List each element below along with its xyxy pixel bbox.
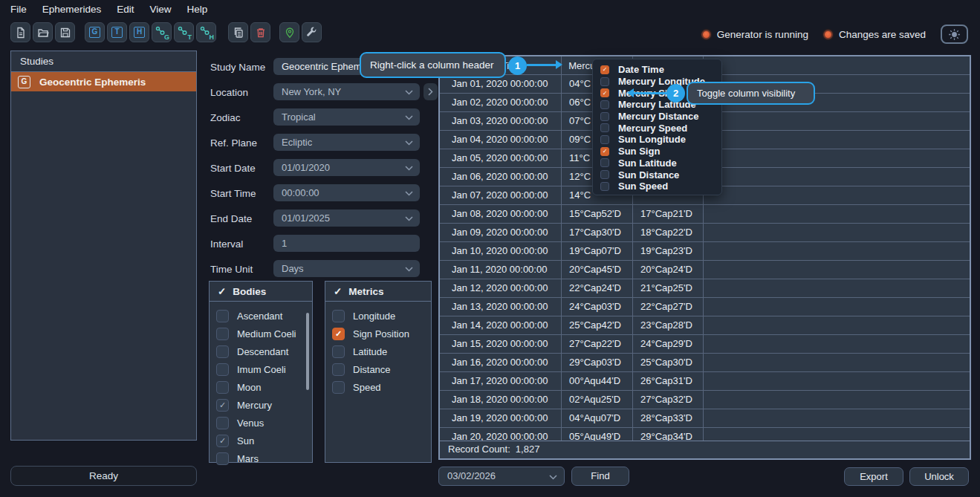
table-row[interactable]: Jan 11, 2020 00:00:0020°Cap45'D20°Cap24'… — [440, 261, 970, 279]
table-row[interactable]: Jan 16, 2020 00:00:0029°Cap03'D25°Cap30'… — [440, 354, 970, 372]
menu-item-sun-latitude[interactable]: Sun Latitude — [593, 157, 721, 169]
zodiac-select[interactable]: Tropical — [273, 108, 420, 126]
time-unit-select[interactable]: Days — [273, 260, 420, 277]
metric-checkbox[interactable] — [332, 328, 345, 340]
unlock-button[interactable]: Unlock — [909, 467, 969, 486]
metric-item-sign-position[interactable]: Sign Position — [325, 325, 431, 342]
body-checkbox[interactable] — [216, 328, 229, 340]
geocentric-study-button[interactable]: G — [85, 22, 105, 42]
body-item-venus[interactable]: Venus — [210, 414, 312, 432]
table-row[interactable]: Jan 18, 2020 00:00:0002°Aqu25'D27°Cap32'… — [440, 391, 970, 409]
menu-item-sun-speed[interactable]: Sun Speed — [593, 181, 721, 192]
table-row[interactable]: Jan 14, 2020 00:00:0025°Cap42'D23°Cap28'… — [440, 316, 970, 335]
body-item-ascendant[interactable]: Ascendant — [210, 307, 312, 325]
menu-checkbox[interactable] — [600, 100, 609, 109]
chevron-down-icon — [549, 475, 557, 480]
heliocentric-graph-button[interactable]: H — [196, 22, 216, 42]
metric-item-speed[interactable]: Speed — [325, 378, 431, 396]
chevron-down-icon — [405, 216, 413, 221]
menu-checkbox[interactable] — [600, 147, 609, 156]
menu-view[interactable]: View — [150, 4, 172, 15]
body-item-sun[interactable]: Sun — [210, 432, 312, 449]
table-row[interactable]: Jan 08, 2020 00:00:0015°Cap52'D17°Cap21'… — [440, 205, 970, 224]
menu-item-sun-longitude[interactable]: Sun Longitude — [593, 134, 721, 146]
metric-item-longitude[interactable]: Longitude — [325, 307, 431, 325]
menu-ephemerides[interactable]: Ephemerides — [42, 4, 102, 15]
bodies-scrollbar[interactable] — [306, 313, 309, 390]
metric-checkbox[interactable] — [332, 310, 345, 322]
cell-sun-sign: 25°Cap30'D — [633, 354, 704, 371]
metric-checkbox[interactable] — [332, 345, 345, 358]
body-checkbox[interactable] — [216, 435, 229, 447]
body-checkbox[interactable] — [216, 363, 229, 376]
menu-item-sun-distance[interactable]: Sun Distance — [593, 169, 721, 181]
body-checkbox[interactable] — [216, 381, 229, 394]
interval-input[interactable]: 1 — [273, 235, 420, 252]
topocentric-graph-button[interactable]: T — [174, 22, 194, 42]
menu-checkbox[interactable] — [600, 182, 609, 191]
menu-checkbox[interactable] — [600, 88, 609, 97]
body-checkbox[interactable] — [216, 399, 229, 412]
body-item-medium-coeli[interactable]: Medium Coeli — [210, 325, 312, 342]
menu-checkbox[interactable] — [600, 112, 609, 121]
body-checkbox[interactable] — [216, 452, 229, 465]
menu-item-sun-sign[interactable]: Sun Sign — [593, 146, 721, 157]
table-row[interactable]: Jan 12, 2020 00:00:0022°Cap24'D21°Cap25'… — [440, 279, 970, 298]
table-row[interactable]: Jan 20, 2020 00:00:0005°Aqu49'D29°Cap34'… — [440, 428, 970, 441]
menu-help[interactable]: Help — [187, 4, 208, 15]
start-time-select[interactable]: 00:00:00 — [273, 184, 420, 201]
new-file-button[interactable] — [10, 22, 30, 42]
menu-item-mercury-distance[interactable]: Mercury Distance — [593, 111, 721, 123]
menu-checkbox[interactable] — [600, 135, 609, 144]
ref-plane-select[interactable]: Ecliptic — [273, 134, 420, 151]
body-item-imum-coeli[interactable]: Imum Coeli — [210, 360, 312, 378]
menu-checkbox[interactable] — [600, 170, 609, 179]
theme-toggle-button[interactable] — [941, 25, 968, 44]
heliocentric-study-button[interactable]: H — [129, 22, 149, 42]
body-item-mercury[interactable]: Mercury — [210, 396, 312, 414]
location-button[interactable] — [279, 22, 299, 42]
metrics-header[interactable]: ✓Metrics — [325, 282, 431, 302]
sidebar-item-geocentric-ephemeris[interactable]: G Geocentric Ephemeris — [11, 72, 196, 91]
end-date-select[interactable]: 01/01/2025 — [273, 209, 420, 227]
table-row[interactable]: Jan 13, 2020 00:00:0024°Cap03'D22°Cap27'… — [440, 298, 970, 316]
geocentric-graph-button[interactable]: G — [152, 22, 172, 42]
metric-checkbox[interactable] — [332, 363, 345, 376]
table-row[interactable]: Jan 19, 2020 00:00:0004°Aqu07'D28°Cap33'… — [440, 409, 970, 428]
delete-button[interactable] — [250, 22, 270, 42]
metric-checkbox[interactable] — [332, 381, 345, 394]
menu-checkbox[interactable] — [600, 123, 609, 132]
table-row[interactable]: Jan 10, 2020 00:00:0019°Cap07'D19°Cap23'… — [440, 242, 970, 261]
body-item-descendant[interactable]: Descendant — [210, 342, 312, 360]
open-file-button[interactable] — [33, 22, 53, 42]
body-checkbox[interactable] — [216, 310, 229, 322]
body-checkbox[interactable] — [216, 417, 229, 429]
save-icon — [59, 27, 71, 39]
table-row[interactable]: Jan 09, 2020 00:00:0017°Cap30'D18°Cap22'… — [440, 224, 970, 242]
settings-button[interactable] — [302, 22, 322, 42]
table-row[interactable]: Jan 17, 2020 00:00:0000°Aqu44'D26°Cap31'… — [440, 372, 970, 391]
save-button[interactable] — [55, 22, 75, 42]
metric-item-latitude[interactable]: Latitude — [325, 342, 431, 360]
table-row[interactable]: Jan 15, 2020 00:00:0027°Cap22'D24°Cap29'… — [440, 335, 970, 354]
body-checkbox[interactable] — [216, 345, 229, 358]
location-select[interactable]: New York, NY — [273, 83, 420, 100]
topocentric-study-button[interactable]: T — [107, 22, 127, 42]
menu-checkbox[interactable] — [600, 158, 609, 167]
menu-edit[interactable]: Edit — [117, 4, 134, 15]
start-date-select[interactable]: 01/01/2020 — [273, 159, 420, 176]
body-item-moon[interactable]: Moon — [210, 378, 312, 396]
goto-date-select[interactable]: 03/02/2026 — [438, 467, 565, 486]
menu-item-date-time[interactable]: Date Time — [593, 64, 721, 76]
location-expand-button[interactable] — [424, 83, 438, 100]
menu-file[interactable]: File — [10, 4, 27, 15]
body-item-mars[interactable]: Mars — [210, 449, 312, 467]
copy-button[interactable] — [228, 22, 248, 42]
find-button[interactable]: Find — [571, 467, 629, 486]
export-button[interactable]: Export — [844, 467, 903, 486]
bodies-header[interactable]: ✓Bodies — [210, 282, 312, 302]
menu-checkbox[interactable] — [600, 77, 609, 86]
menu-checkbox[interactable] — [600, 65, 609, 74]
metric-item-distance[interactable]: Distance — [325, 360, 431, 378]
menu-item-mercury-speed[interactable]: Mercury Speed — [593, 122, 721, 134]
